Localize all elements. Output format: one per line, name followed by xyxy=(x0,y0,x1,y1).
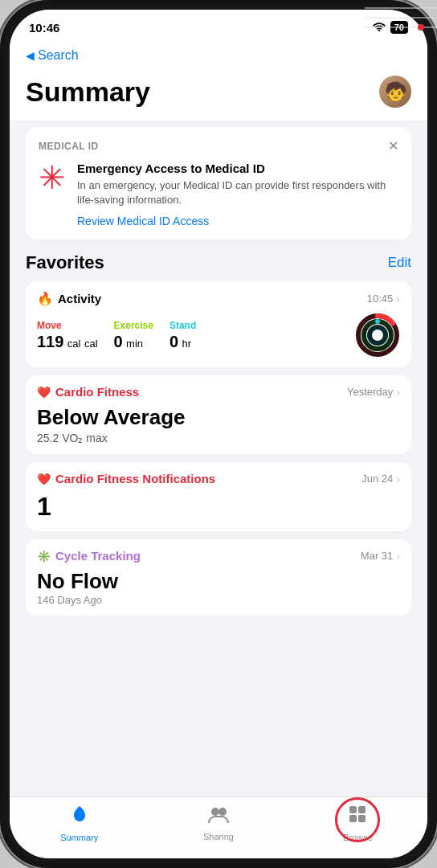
stand-stat: Stand 0 hr xyxy=(169,320,196,351)
favorites-edit-button[interactable]: Edit xyxy=(388,255,411,271)
notif-heart-icon: ❤️ xyxy=(37,473,51,485)
medical-id-heading: Emergency Access to Medical ID xyxy=(77,162,398,175)
cardio-vo2-value: 25.2 xyxy=(37,432,59,444)
notif-chevron-icon: › xyxy=(396,473,400,485)
cycle-status: No Flow xyxy=(37,569,400,594)
tab-sharing[interactable]: Sharing xyxy=(186,805,251,841)
move-unit: cal xyxy=(67,338,81,350)
cardio-fitness-main: Below Average 25.2 VO₂ max xyxy=(37,405,185,444)
favorites-header: Favorites Edit xyxy=(26,252,411,273)
heart-icon: ❤️ xyxy=(37,386,51,399)
move-stat: Move 119 cal cal xyxy=(37,320,98,351)
activity-stats: Move 119 cal cal Exercise 0 min xyxy=(37,320,196,351)
stand-unit: hr xyxy=(182,338,192,350)
notif-card-header: ❤️ Cardio Fitness Notifications Jun 24 › xyxy=(37,472,400,485)
svg-point-5 xyxy=(375,319,380,324)
tab-bar: Summary Sharing xyxy=(10,796,427,858)
activity-card-header: 🔥 Activity 10:45 › xyxy=(37,291,400,306)
tab-summary[interactable]: Summary xyxy=(47,804,112,842)
medical-card-body: ✳ Emergency Access to Medical ID In an e… xyxy=(39,162,398,228)
medical-id-link[interactable]: Review Medical ID Access xyxy=(77,215,209,227)
medical-id-icon: ✳ xyxy=(39,162,66,194)
avatar[interactable]: 🧒 xyxy=(379,76,411,108)
activity-chevron-icon: › xyxy=(396,293,400,305)
tab-browse-wrapper: Browse xyxy=(325,804,390,842)
cardio-date: Yesterday xyxy=(347,386,393,398)
cycle-chevron-icon: › xyxy=(396,550,400,563)
cardio-chevron-icon: › xyxy=(396,386,400,399)
status-time: 10:46 xyxy=(29,21,59,35)
page-title: Summary xyxy=(26,76,150,108)
cardio-card-header: ❤️ Cardio Fitness Yesterday › xyxy=(37,385,400,399)
cycle-title: Cycle Tracking xyxy=(55,549,141,563)
cycle-title-row: ✳️ Cycle Tracking xyxy=(37,549,141,563)
sharing-tab-label: Sharing xyxy=(203,832,234,841)
browse-tab-label: Browse xyxy=(343,833,373,842)
cycle-tracking-card[interactable]: ✳️ Cycle Tracking Mar 31 › No Flow 146 D… xyxy=(26,539,411,616)
fire-icon: 🔥 xyxy=(37,291,53,306)
cardio-title-row: ❤️ Cardio Fitness xyxy=(37,385,139,399)
svg-rect-12 xyxy=(349,806,357,813)
svg-rect-13 xyxy=(358,806,366,813)
cycle-date: Mar 31 xyxy=(361,550,393,562)
medical-id-close-button[interactable]: ✕ xyxy=(388,138,398,154)
svg-rect-14 xyxy=(349,815,357,822)
cycle-icon: ✳️ xyxy=(37,550,51,563)
svg-point-4 xyxy=(370,327,386,343)
svg-rect-15 xyxy=(358,815,366,822)
tab-browse[interactable]: Browse xyxy=(325,804,390,842)
medical-id-title: MEDICAL ID xyxy=(39,141,99,152)
cardio-title: Cardio Fitness xyxy=(55,385,139,399)
page-header: Summary 🧒 xyxy=(10,69,427,121)
move-value-row: 119 cal cal xyxy=(37,333,98,351)
summary-tab-label: Summary xyxy=(60,833,98,842)
notif-value: 1 xyxy=(37,492,400,522)
nav-back[interactable]: ◀ Search xyxy=(10,45,427,69)
move-unit-text: cal xyxy=(84,338,98,350)
summary-tab-icon xyxy=(69,804,90,829)
cardio-value: 25.2 VO₂ max xyxy=(37,432,185,444)
stand-value-row: 0 hr xyxy=(169,333,196,351)
move-value: 119 xyxy=(37,333,63,350)
sharing-tab-icon xyxy=(207,805,230,829)
medical-id-content: Emergency Access to Medical ID In an eme… xyxy=(77,162,398,228)
notif-title-row: ❤️ Cardio Fitness Notifications xyxy=(37,472,215,485)
stand-label: Stand xyxy=(169,320,196,331)
notif-date: Jun 24 xyxy=(361,473,393,485)
back-label[interactable]: Search xyxy=(38,48,79,63)
cycle-card-header: ✳️ Cycle Tracking Mar 31 › xyxy=(37,549,400,563)
activity-rings xyxy=(355,313,400,358)
cardio-fitness-card[interactable]: ❤️ Cardio Fitness Yesterday › Below Aver… xyxy=(26,375,411,454)
phone-frame: 10:46 70 ◀ Search S xyxy=(0,0,437,868)
exercise-value-row: 0 min xyxy=(114,333,153,351)
cycle-sub: 146 Days Ago xyxy=(37,594,400,606)
move-label: Move xyxy=(37,320,98,331)
activity-title-row: 🔥 Activity xyxy=(37,291,101,306)
phone-screen: 10:46 70 ◀ Search S xyxy=(10,10,427,858)
svg-point-10 xyxy=(211,808,219,816)
avatar-image: 🧒 xyxy=(385,81,406,102)
cardio-vo2-unit: VO₂ max xyxy=(62,432,108,444)
medical-id-description: In an emergency, your Medical ID can pro… xyxy=(77,178,398,207)
back-chevron-icon: ◀ xyxy=(26,49,35,62)
cardio-fitness-body: Below Average 25.2 VO₂ max xyxy=(37,405,400,444)
stand-value: 0 xyxy=(169,333,178,350)
svg-point-11 xyxy=(218,808,227,816)
activity-time: 10:45 xyxy=(367,293,394,305)
medical-id-card: MEDICAL ID ✕ ✳ Emergency Access to Medic… xyxy=(26,127,411,240)
activity-title: Activity xyxy=(58,292,101,305)
browse-tab-icon xyxy=(347,804,368,829)
cardio-notifications-card[interactable]: ❤️ Cardio Fitness Notifications Jun 24 ›… xyxy=(26,462,411,531)
scroll-content: Summary 🧒 MEDICAL ID ✕ ✳ Emergency Acces… xyxy=(10,69,427,796)
activity-body: Move 119 cal cal Exercise 0 min xyxy=(37,313,400,358)
exercise-unit: min xyxy=(126,338,143,350)
exercise-label: Exercise xyxy=(114,320,153,331)
exercise-value: 0 xyxy=(114,333,123,350)
notif-title: Cardio Fitness Notifications xyxy=(55,472,215,485)
exercise-stat: Exercise 0 min xyxy=(114,320,153,351)
favorites-title: Favorites xyxy=(26,252,104,273)
activity-card[interactable]: 🔥 Activity 10:45 › Move 119 xyxy=(26,281,411,367)
medical-card-header: MEDICAL ID ✕ xyxy=(39,138,398,154)
cardio-status: Below Average xyxy=(37,405,185,430)
